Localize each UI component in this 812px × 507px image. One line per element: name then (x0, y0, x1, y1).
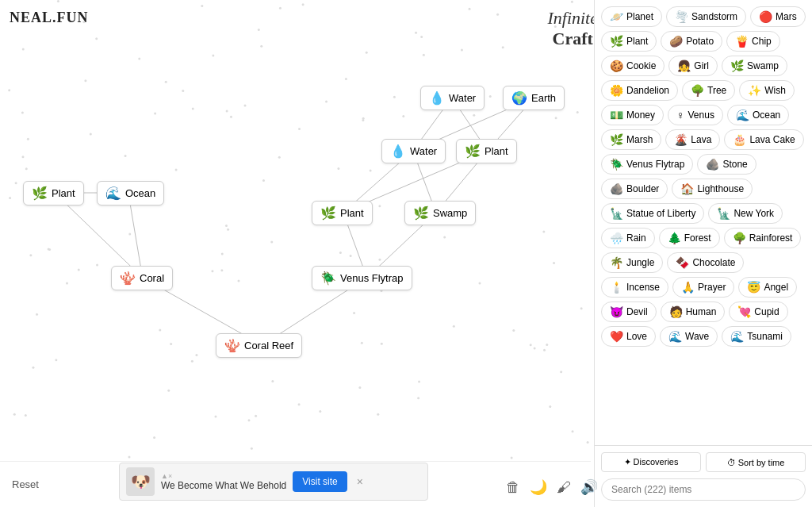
sidebar-item-label: Ocean (753, 109, 780, 121)
node-icon: 💧 (390, 144, 406, 159)
sidebar-item[interactable]: 🪐Planet (601, 6, 662, 27)
craft-node[interactable]: 🌿Plant (23, 181, 84, 205)
sidebar-item[interactable]: 🍪Cookie (601, 56, 665, 76)
sidebar-item[interactable]: 😇Angel (738, 277, 797, 298)
craft-node[interactable]: 🌿Swamp (404, 201, 476, 225)
sidebar-item[interactable]: 🏠Lighthouse (672, 179, 753, 199)
sidebar-item[interactable]: 🌊Ocean (727, 105, 789, 125)
sidebar-item-icon: 🌊 (730, 330, 744, 343)
game-title: Infinite Craft (547, 8, 598, 50)
sidebar-item-icon: 🍫 (676, 256, 689, 269)
node-icon: 🪲 (320, 271, 336, 286)
node-icon: 💧 (429, 90, 445, 106)
node-label: Plant (485, 145, 508, 157)
sidebar-item-icon: ✨ (748, 84, 761, 97)
sidebar-item-icon: 🪨 (706, 158, 719, 171)
sidebar-item-label: Rain (626, 232, 646, 244)
craft-node[interactable]: 🪲Venus Flytrap (312, 266, 412, 290)
sidebar-item[interactable]: 😈Devil (601, 302, 657, 322)
sidebar-item[interactable]: 🌿Swamp (722, 56, 787, 76)
sidebar-item[interactable]: 🎂Lava Cake (724, 129, 803, 150)
sidebar-item-icon: 😈 (610, 305, 623, 318)
sidebar-item[interactable]: ✨Wish (739, 80, 795, 101)
craft-node[interactable]: 🪸Coral Reef (216, 333, 302, 358)
craft-canvas[interactable]: 💧Water🌍Earth💧Water🌿Plant🌿Plant🌊Ocean🌿Pla… (0, 0, 591, 460)
sidebar-item[interactable]: 🌿Plant (601, 31, 657, 52)
sidebar-item-label: Plant (626, 36, 648, 47)
sidebar-item[interactable]: 👧Girl (668, 56, 718, 76)
sidebar-item[interactable]: 🍫Chocolate (667, 252, 744, 273)
ad-close-button[interactable]: × (357, 475, 363, 488)
sidebar-item-icon: 🌊 (668, 330, 682, 343)
node-icon: 🌊 (105, 186, 121, 201)
sidebar-item[interactable]: 🪨Boulder (601, 179, 668, 199)
sidebar-item[interactable]: 🌲Forest (659, 228, 720, 248)
sidebar-item[interactable]: 🧑Human (661, 302, 726, 322)
node-icon: 🌿 (32, 186, 48, 201)
sidebar-item[interactable]: ❤️Love (601, 326, 656, 347)
sidebar-item[interactable]: 🌼Dandelion (601, 80, 678, 101)
reset-button[interactable]: Reset (12, 478, 39, 490)
sidebar-item-icon: 🔴 (759, 10, 772, 23)
craft-node[interactable]: 🌊Ocean (97, 181, 164, 205)
sidebar-item[interactable]: 🌊Wave (660, 326, 718, 347)
sidebar-item-label: Chocolate (692, 257, 735, 268)
sidebar-item[interactable]: 🔴Mars (750, 6, 806, 27)
discoveries-button[interactable]: ✦ Discoveries (601, 452, 701, 472)
sidebar-item-icon: 🗽 (717, 207, 730, 220)
sidebar-item[interactable]: 🪨Stone (697, 154, 756, 175)
sidebar-item[interactable]: ♀Venus (668, 105, 723, 125)
sidebar-item[interactable]: 🌪️Sandstorm (666, 6, 746, 27)
sidebar-item-label: Tree (707, 85, 726, 96)
dark-mode-icon[interactable]: 🌙 (530, 478, 547, 496)
sidebar-item-icon: 🥔 (669, 35, 683, 48)
delete-icon[interactable]: 🗑 (506, 479, 520, 496)
brush-icon[interactable]: 🖌 (557, 479, 571, 496)
search-input[interactable] (601, 478, 806, 501)
sidebar-item[interactable]: 🌊Tsunami (722, 326, 791, 347)
sidebar-item-label: Swamp (747, 60, 779, 71)
craft-node[interactable]: 🌿Plant (312, 201, 373, 225)
sidebar-item-label: Cupid (754, 306, 779, 317)
sidebar-item-label: Devil (626, 306, 648, 317)
sound-icon[interactable]: 🔊 (580, 478, 598, 496)
craft-node[interactable]: 🪸Coral (111, 266, 173, 290)
sidebar-item[interactable]: 🌳Tree (682, 80, 735, 101)
sidebar-item-label: Forest (684, 232, 711, 244)
sidebar-item-label: Lava (691, 134, 711, 145)
craft-node[interactable]: 🌍Earth (503, 86, 565, 110)
node-icon: 🪸 (120, 271, 136, 286)
sidebar-item-icon: ❤️ (610, 330, 623, 343)
sidebar-item[interactable]: 🥔Potato (661, 31, 722, 52)
node-icon: 🌿 (413, 205, 429, 221)
ad-visit-button[interactable]: Visit site (293, 471, 347, 492)
sidebar-item-label: Stone (722, 159, 747, 170)
sidebar-item[interactable]: 🌴Jungle (601, 252, 663, 273)
craft-node[interactable]: 🌿Plant (456, 139, 517, 163)
sidebar-item[interactable]: 💘Cupid (729, 302, 787, 322)
sidebar-item[interactable]: 💵Money (601, 105, 664, 125)
ad-image: 🐶 (126, 467, 155, 496)
sidebar-item-label: Prayer (698, 282, 726, 293)
sidebar-item[interactable]: 🌳Rainforest (724, 228, 802, 248)
craft-node[interactable]: 💧Water (420, 86, 485, 110)
sidebar-item[interactable]: 🌿Marsh (601, 129, 661, 150)
sidebar-item[interactable]: 🗽Statue of Liberty (601, 203, 704, 224)
sidebar-item[interactable]: 🕯️Incense (601, 277, 668, 298)
sidebar-item-label: Sandstorm (691, 11, 737, 22)
sidebar-item[interactable]: 🌧️Rain (601, 228, 655, 248)
node-label: Ocean (125, 187, 155, 199)
sidebar: 🪐Planet🌪️Sandstorm🔴Mars🌿Plant🥔Potato🍟Chi… (594, 0, 812, 507)
sidebar-item-label: Planet (626, 11, 653, 22)
sidebar-item-label: Money (626, 109, 655, 121)
sidebar-item[interactable]: 🗽New York (708, 203, 783, 224)
sidebar-item[interactable]: 🌋Lava (665, 129, 720, 150)
sort-button[interactable]: ⏱ Sort by time (706, 452, 806, 472)
sidebar-item-icon: 🪨 (610, 182, 623, 195)
craft-node[interactable]: 💧Water (381, 139, 446, 163)
sidebar-item[interactable]: 🙏Prayer (672, 277, 734, 298)
sidebar-item-icon: 🏠 (680, 182, 694, 195)
sidebar-item[interactable]: 🍟Chip (726, 31, 780, 52)
ad-text: We Become What We Behold (161, 480, 286, 491)
sidebar-item[interactable]: 🪲Venus Flytrap (601, 154, 693, 175)
